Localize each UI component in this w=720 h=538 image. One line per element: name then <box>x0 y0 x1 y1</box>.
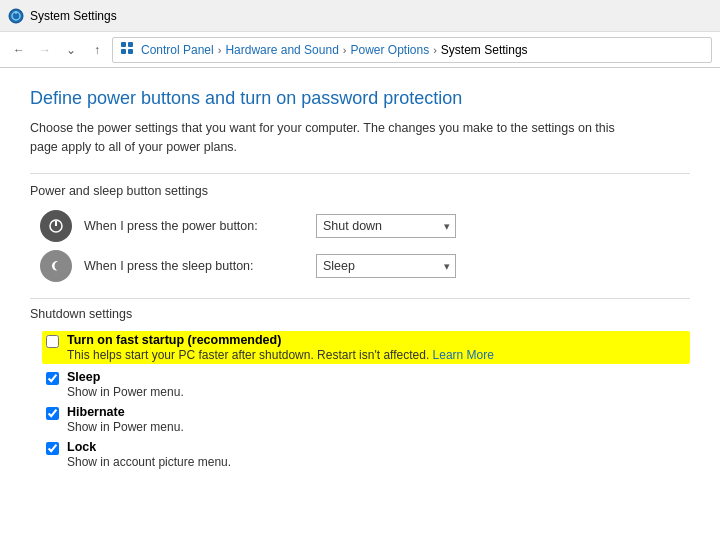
sleep-label: Sleep <box>67 370 184 384</box>
sleep-desc: Show in Power menu. <box>67 385 184 399</box>
shutdown-settings-label: Shutdown settings <box>30 307 690 321</box>
lock-label: Lock <box>67 440 231 454</box>
shutdown-settings: Shutdown settings Turn on fast startup (… <box>30 307 690 469</box>
sleep-row: Sleep Show in Power menu. <box>46 370 690 399</box>
svg-rect-4 <box>128 42 133 47</box>
hibernate-checkbox[interactable] <box>46 407 59 420</box>
lock-row: Lock Show in account picture menu. <box>46 440 690 469</box>
title-bar: System Settings <box>0 0 720 32</box>
power-button-dropdown[interactable]: Do nothing Sleep Hibernate Shut down Tur… <box>316 214 456 238</box>
forward-button[interactable]: → <box>34 39 56 61</box>
sleep-button-dropdown-wrapper: Do nothing Sleep Hibernate Shut down <box>316 254 456 278</box>
svg-rect-6 <box>128 49 133 54</box>
power-icon-circle <box>40 210 72 242</box>
button-settings: When I press the power button: Do nothin… <box>40 210 690 282</box>
page-description: Choose the power settings that you want … <box>30 119 630 157</box>
lock-desc: Show in account picture menu. <box>67 455 231 469</box>
svg-rect-5 <box>121 49 126 54</box>
power-sleep-section-label: Power and sleep button settings <box>30 184 690 198</box>
fast-startup-checkbox[interactable] <box>46 335 59 348</box>
up-button[interactable]: ↑ <box>86 39 108 61</box>
power-button-label: When I press the power button: <box>84 219 304 233</box>
power-button-row: When I press the power button: Do nothin… <box>40 210 690 242</box>
hibernate-desc: Show in Power menu. <box>67 420 184 434</box>
sleep-button-label: When I press the sleep button: <box>84 259 304 273</box>
sleep-button-dropdown[interactable]: Do nothing Sleep Hibernate Shut down <box>316 254 456 278</box>
sleep-checkbox[interactable] <box>46 372 59 385</box>
breadcrumb-hardware-sound[interactable]: Hardware and Sound <box>225 43 338 57</box>
divider-1 <box>30 173 690 174</box>
power-icon <box>47 217 65 235</box>
hibernate-label: Hibernate <box>67 405 184 419</box>
recent-locations-button[interactable]: ⌄ <box>60 39 82 61</box>
fast-startup-desc: This helps start your PC faster after sh… <box>67 348 494 362</box>
sleep-button-row: When I press the sleep button: Do nothin… <box>40 250 690 282</box>
lock-checkbox[interactable] <box>46 442 59 455</box>
hibernate-row: Hibernate Show in Power menu. <box>46 405 690 434</box>
breadcrumb: Control Panel › Hardware and Sound › Pow… <box>112 37 712 63</box>
app-icon <box>8 8 24 24</box>
power-button-dropdown-wrapper: Do nothing Sleep Hibernate Shut down Tur… <box>316 214 456 238</box>
svg-rect-3 <box>121 42 126 47</box>
sleep-icon <box>47 257 65 275</box>
address-bar: ← → ⌄ ↑ Control Panel › Hardware and Sou… <box>0 32 720 68</box>
sleep-icon-circle <box>40 250 72 282</box>
breadcrumb-control-panel[interactable]: Control Panel <box>141 43 214 57</box>
main-content: Define power buttons and turn on passwor… <box>0 68 720 538</box>
control-panel-icon <box>119 40 135 59</box>
fast-startup-row: Turn on fast startup (recommended) This … <box>42 331 690 364</box>
back-button[interactable]: ← <box>8 39 30 61</box>
breadcrumb-system-settings: System Settings <box>441 43 528 57</box>
fast-startup-label: Turn on fast startup (recommended) <box>67 333 494 347</box>
page-title: Define power buttons and turn on passwor… <box>30 88 690 109</box>
breadcrumb-power-options[interactable]: Power Options <box>350 43 429 57</box>
title-bar-text: System Settings <box>30 9 117 23</box>
divider-2 <box>30 298 690 299</box>
learn-more-link[interactable]: Learn More <box>433 348 494 362</box>
